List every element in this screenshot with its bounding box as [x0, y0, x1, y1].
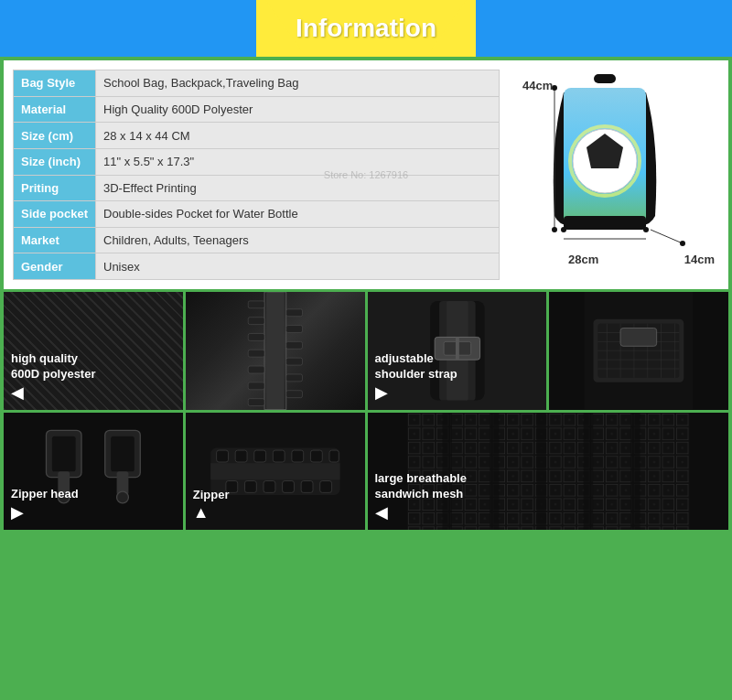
svg-rect-15	[266, 292, 285, 410]
svg-rect-28	[285, 374, 302, 382]
feature-zipper-detail	[186, 292, 365, 410]
table-label: Material	[14, 96, 96, 123]
table-value: School Bag, Backpack,Traveling Bag	[96, 70, 500, 97]
svg-rect-65	[292, 450, 304, 462]
svg-rect-64	[273, 450, 285, 462]
svg-rect-26	[285, 341, 302, 349]
svg-rect-61	[216, 450, 228, 462]
svg-point-14	[552, 227, 557, 232]
svg-rect-20	[248, 350, 264, 357]
info-section: Bag StyleSchool Bag, Backpack,Traveling …	[4, 60, 728, 289]
dimension-height: 44cm	[522, 79, 553, 92]
table-label: Gender	[14, 253, 96, 280]
feature-zipper-icon: ▲	[193, 503, 358, 522]
svg-rect-52	[52, 436, 76, 471]
svg-rect-25	[285, 326, 302, 333]
table-value: Unisex	[96, 253, 500, 280]
svg-rect-50	[620, 328, 657, 347]
feature-shoulder-label: adjustableshoulder strap	[375, 351, 540, 382]
svg-rect-24	[285, 309, 302, 317]
feature-zipper-head-label: Zipper head	[11, 487, 176, 502]
feature-mesh-icon: ◀	[375, 502, 722, 522]
svg-line-9	[651, 230, 683, 243]
backpack-image	[513, 70, 696, 271]
table-label: Size (inch)	[14, 148, 96, 175]
feature-fabric-icon: ◀	[11, 382, 176, 403]
table-value: Children, Adults, Teenagers	[96, 227, 500, 253]
dimension-depth: 14cm	[684, 253, 715, 266]
feature-fabric: high quality600D polyester ◀	[4, 292, 183, 410]
feature-shoulder: adjustableshoulder strap ▶	[368, 292, 547, 410]
feature-fabric-label: high quality600D polyester	[11, 351, 176, 382]
table-label: Priting	[14, 175, 96, 201]
table-value: 28 x 14 x 44 CM	[96, 123, 500, 149]
page-title: Information	[296, 14, 436, 43]
svg-rect-27	[285, 358, 302, 365]
table-label: Side pocket	[14, 201, 96, 228]
backpack-area: 44cm 28cm 14cm	[509, 70, 719, 280]
svg-rect-18	[248, 318, 264, 325]
feature-strap-detail	[549, 292, 728, 410]
svg-rect-66	[310, 450, 322, 462]
table-label: Market	[14, 227, 96, 253]
page-header: Information	[0, 0, 732, 57]
table-value: 3D-Effect Printing	[96, 175, 500, 201]
feature-zipper: Zipper ▲	[186, 413, 365, 531]
svg-rect-56	[111, 436, 135, 471]
svg-rect-19	[248, 333, 264, 340]
feature-shoulder-icon: ▶	[375, 382, 540, 403]
svg-rect-29	[285, 391, 302, 398]
table-value: High Quality 600D Polyester	[96, 96, 500, 123]
svg-rect-23	[248, 399, 264, 406]
feature-mesh-label: large breathablesandwich mesh	[375, 471, 722, 502]
svg-rect-17	[248, 301, 264, 308]
svg-rect-67	[329, 450, 339, 462]
svg-rect-63	[253, 450, 265, 462]
table-label: Size (cm)	[14, 123, 96, 149]
feature-mesh: large breathablesandwich mesh ◀	[368, 413, 729, 531]
feature-zipper-head: Zipper head ▶	[4, 413, 183, 531]
table-label: Bag Style	[14, 70, 96, 97]
svg-rect-0	[594, 74, 616, 83]
svg-point-10	[561, 227, 566, 232]
svg-rect-62	[235, 450, 247, 462]
dimension-width: 28cm	[568, 253, 598, 266]
svg-rect-60	[210, 463, 339, 479]
info-table: Bag StyleSchool Bag, Backpack,Traveling …	[13, 70, 500, 280]
feature-zipper-label: Zipper	[193, 488, 358, 503]
svg-rect-22	[248, 382, 264, 390]
svg-point-12	[680, 241, 685, 246]
svg-rect-21	[248, 366, 264, 373]
table-value: 11" x 5.5" x 17.3"	[96, 148, 500, 175]
feature-zipper-head-icon: ▶	[11, 502, 176, 522]
table-value: Double-sides Pocket for Water Bottle	[96, 201, 500, 228]
svg-point-11	[643, 227, 649, 232]
svg-rect-6	[564, 216, 646, 230]
